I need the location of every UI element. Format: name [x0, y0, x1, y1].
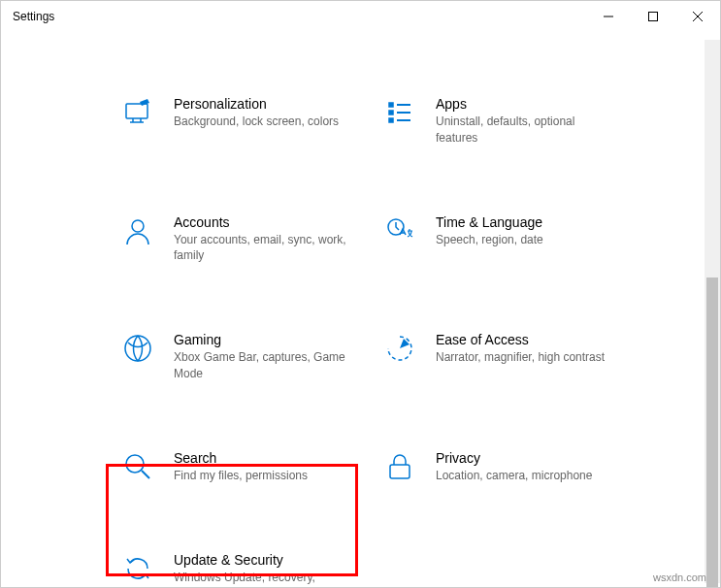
time-language-icon — [383, 214, 416, 247]
tile-desc: Xbox Game Bar, captures, Game Mode — [174, 349, 348, 382]
personalization-icon — [121, 96, 154, 129]
tile-accounts[interactable]: Accounts Your accounts, email, sync, wor… — [115, 209, 368, 271]
privacy-icon — [383, 450, 416, 483]
tile-text: Personalization Background, lock screen,… — [174, 96, 339, 130]
tile-desc: Uninstall, defaults, optional features — [436, 114, 610, 147]
tile-title: Time & Language — [436, 214, 543, 230]
titlebar: Settings — [1, 1, 720, 32]
tile-search[interactable]: Search Find my files, permissions — [115, 444, 368, 490]
tile-text: Privacy Location, camera, microphone — [436, 450, 592, 484]
scrollbar-track[interactable] — [705, 40, 720, 583]
minimize-button[interactable] — [586, 1, 631, 32]
tile-desc: Location, camera, microphone — [436, 468, 592, 484]
tile-text: Gaming Xbox Game Bar, captures, Game Mod… — [174, 332, 348, 382]
svg-rect-2 — [389, 103, 393, 107]
watermark: wsxdn.com — [653, 572, 706, 583]
scrollbar-thumb[interactable] — [706, 278, 718, 588]
tile-text: Update & Security Windows Update, recove… — [174, 552, 348, 588]
tile-title: Apps — [436, 96, 610, 112]
tile-title: Update & Security — [174, 552, 348, 568]
close-button[interactable] — [675, 1, 720, 32]
apps-icon — [383, 96, 416, 129]
tile-desc: Narrator, magnifier, high contrast — [436, 349, 605, 366]
svg-point-7 — [125, 336, 150, 361]
tile-title: Ease of Access — [436, 332, 605, 347]
tile-desc: Windows Update, recovery, backup — [174, 570, 348, 588]
svg-point-5 — [132, 220, 144, 232]
tile-title: Personalization — [174, 96, 339, 112]
tile-desc: Find my files, permissions — [174, 468, 308, 484]
accounts-icon — [121, 214, 154, 247]
svg-rect-3 — [389, 111, 393, 114]
tile-title: Gaming — [174, 332, 348, 347]
window-controls — [586, 1, 720, 32]
tile-title: Privacy — [436, 450, 592, 466]
tile-text: Search Find my files, permissions — [174, 450, 308, 484]
svg-rect-9 — [390, 465, 410, 478]
tile-gaming[interactable]: Gaming Xbox Game Bar, captures, Game Mod… — [115, 326, 368, 388]
tile-title: Search — [174, 450, 308, 466]
gaming-icon — [121, 332, 154, 365]
svg-rect-0 — [649, 13, 658, 21]
tile-desc: Background, lock screen, colors — [174, 114, 339, 130]
ease-of-access-icon — [383, 332, 416, 365]
settings-grid: Personalization Background, lock screen,… — [115, 90, 720, 588]
svg-rect-4 — [389, 118, 393, 122]
tile-desc: Speech, region, date — [436, 232, 543, 248]
search-icon — [121, 450, 154, 483]
svg-rect-1 — [126, 104, 147, 118]
tile-text: Ease of Access Narrator, magnifier, high… — [436, 332, 605, 366]
tile-ease-of-access[interactable]: Ease of Access Narrator, magnifier, high… — [377, 326, 630, 388]
tile-apps[interactable]: Apps Uninstall, defaults, optional featu… — [377, 90, 630, 152]
maximize-button[interactable] — [631, 1, 675, 32]
tile-text: Time & Language Speech, region, date — [436, 214, 543, 248]
svg-point-8 — [126, 455, 144, 473]
tile-text: Accounts Your accounts, email, sync, wor… — [174, 214, 348, 265]
window-title: Settings — [13, 10, 586, 23]
settings-content: Personalization Background, lock screen,… — [1, 32, 720, 588]
tile-desc: Your accounts, email, sync, work, family — [174, 232, 348, 265]
tile-update-security[interactable]: Update & Security Windows Update, recove… — [115, 546, 368, 588]
tile-time-language[interactable]: Time & Language Speech, region, date — [377, 209, 630, 271]
update-security-icon — [121, 552, 154, 585]
tile-title: Accounts — [174, 214, 348, 230]
tile-privacy[interactable]: Privacy Location, camera, microphone — [377, 444, 630, 490]
tile-text: Apps Uninstall, defaults, optional featu… — [436, 96, 610, 147]
tile-personalization[interactable]: Personalization Background, lock screen,… — [115, 90, 368, 152]
